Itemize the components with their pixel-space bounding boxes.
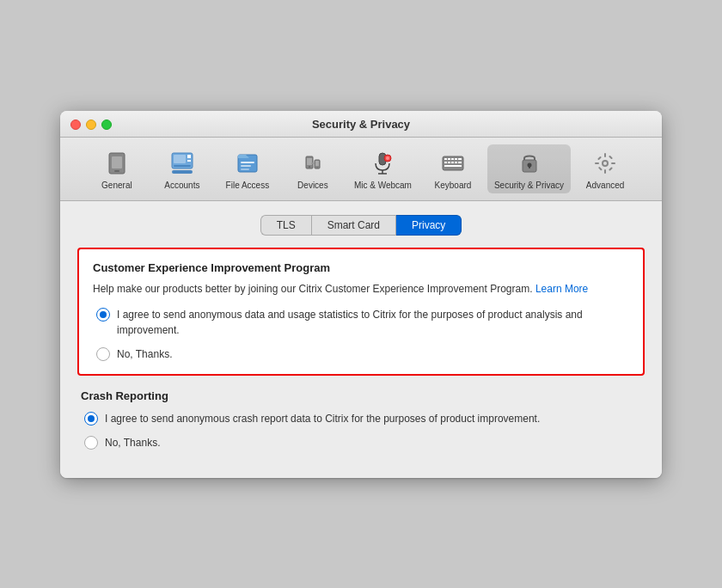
svg-rect-44 [595, 162, 599, 164]
crash-option-agree[interactable]: I agree to send anonymous crash report d… [84, 411, 641, 426]
minimize-button[interactable] [86, 119, 96, 130]
learn-more-link[interactable]: Learn More [535, 283, 588, 295]
toolbar-label-security-privacy: Security & Privacy [494, 181, 564, 190]
crash-radio-agree[interactable] [84, 412, 98, 426]
svg-rect-31 [444, 162, 447, 163]
toolbar-item-security-privacy[interactable]: Security & Privacy [487, 144, 571, 193]
svg-rect-49 [609, 155, 613, 159]
svg-rect-34 [455, 162, 457, 163]
toolbar-label-file-access: File Access [226, 181, 270, 190]
crash-option-no-thanks[interactable]: No, Thanks. [84, 435, 641, 450]
titlebar: Security & Privacy [60, 111, 662, 138]
toolbar-label-advanced: Advanced [586, 181, 624, 190]
svg-point-16 [309, 166, 310, 168]
svg-rect-39 [529, 165, 530, 168]
svg-rect-29 [455, 158, 457, 160]
general-icon [101, 148, 132, 179]
main-window: Security & Privacy General [60, 111, 662, 478]
ceip-radio-group: I agree to send anonymous data and usage… [93, 307, 629, 362]
tab-tls[interactable]: TLS [260, 215, 311, 236]
traffic-lights [70, 119, 112, 130]
tab-privacy[interactable]: Privacy [396, 215, 462, 236]
svg-rect-4 [174, 155, 186, 163]
toolbar-item-file-access[interactable]: File Access [217, 144, 278, 193]
toolbar-item-accounts[interactable]: Accounts [151, 144, 213, 193]
svg-rect-35 [458, 162, 462, 163]
security-privacy-icon [514, 148, 545, 179]
svg-rect-8 [172, 170, 193, 174]
toolbar-item-devices[interactable]: Devices [282, 144, 344, 193]
svg-rect-48 [598, 166, 603, 170]
svg-rect-42 [604, 153, 606, 157]
crash-radio-group: I agree to send anonymous crash report d… [81, 411, 641, 450]
toolbar-label-devices: Devices [297, 181, 328, 190]
devices-icon [297, 148, 328, 179]
svg-rect-47 [609, 167, 613, 171]
svg-rect-18 [315, 161, 319, 166]
svg-rect-43 [604, 169, 606, 174]
svg-rect-46 [597, 156, 602, 160]
toolbar-item-keyboard[interactable]: Keyboard [422, 144, 484, 193]
svg-point-41 [603, 162, 607, 165]
svg-rect-11 [241, 162, 254, 163]
tab-smart-card[interactable]: Smart Card [311, 215, 396, 236]
svg-point-24 [386, 156, 389, 160]
svg-rect-28 [451, 158, 454, 160]
window-title: Security & Privacy [312, 118, 410, 131]
svg-rect-27 [448, 158, 450, 160]
toolbar: General Accounts [60, 138, 662, 201]
svg-rect-6 [187, 155, 191, 158]
keyboard-icon [437, 148, 468, 179]
ceip-section: Customer Experience Improvement Program … [77, 248, 645, 376]
svg-point-19 [316, 167, 318, 168]
svg-rect-1 [112, 156, 122, 168]
ceip-option-agree[interactable]: I agree to send anonymous data and usage… [96, 307, 629, 338]
svg-rect-33 [451, 162, 454, 163]
ceip-option-no-thanks[interactable]: No, Thanks. [96, 346, 629, 362]
close-button[interactable] [70, 119, 81, 130]
toolbar-label-mic-webcam: Mic & Webcam [354, 181, 412, 190]
ceip-radio-agree[interactable] [96, 308, 110, 322]
svg-rect-13 [241, 168, 249, 170]
toolbar-item-general[interactable]: General [86, 144, 148, 193]
toolbar-item-advanced[interactable]: Advanced [574, 144, 636, 193]
svg-rect-15 [307, 158, 312, 165]
mic-webcam-icon [367, 148, 398, 179]
svg-rect-2 [114, 170, 119, 172]
svg-rect-36 [444, 165, 462, 167]
svg-rect-5 [174, 165, 191, 167]
ceip-title: Customer Experience Improvement Program [93, 261, 629, 274]
crash-title: Crash Reporting [81, 389, 641, 402]
toolbar-item-mic-webcam[interactable]: Mic & Webcam [347, 144, 419, 193]
tab-bar: TLS Smart Card Privacy [77, 215, 645, 236]
svg-rect-32 [448, 162, 450, 163]
svg-rect-30 [458, 158, 462, 160]
toolbar-label-general: General [101, 181, 132, 190]
svg-rect-26 [444, 158, 447, 160]
crash-section: Crash Reporting I agree to send anonymou… [77, 389, 645, 450]
svg-rect-7 [187, 160, 191, 162]
svg-rect-45 [611, 162, 615, 164]
ceip-description: Help make our products better by joining… [93, 281, 629, 297]
accounts-icon [167, 148, 198, 179]
toolbar-label-keyboard: Keyboard [435, 181, 472, 190]
content-area: TLS Smart Card Privacy Customer Experien… [60, 201, 662, 478]
file-access-icon [232, 148, 263, 179]
toolbar-label-accounts: Accounts [164, 181, 199, 190]
ceip-radio-no-thanks[interactable] [96, 347, 110, 361]
crash-radio-no-thanks[interactable] [84, 436, 98, 450]
maximize-button[interactable] [101, 119, 112, 130]
advanced-icon [590, 148, 621, 179]
svg-rect-12 [241, 165, 251, 167]
